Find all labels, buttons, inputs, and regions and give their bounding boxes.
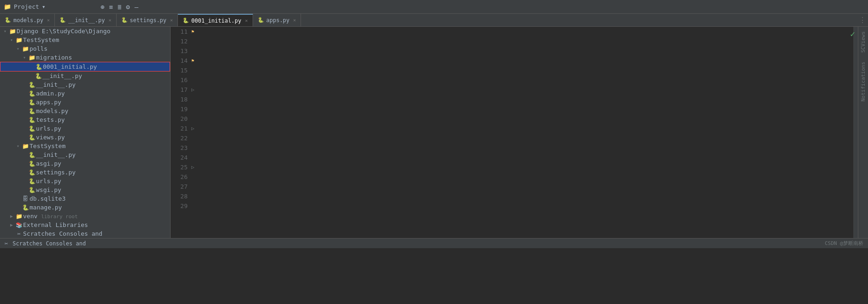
fold-marker[interactable]: ▷ bbox=[191, 87, 195, 93]
arrow-icon bbox=[21, 108, 28, 113]
code-line-27: 27 ('choice_text', models.CharField(max_… bbox=[171, 182, 853, 191]
code-text: ('id', models.BigAutoField(auto_created=… bbox=[201, 95, 853, 104]
tab-initial[interactable]: 🐍 0001_initial.py ✕ bbox=[178, 14, 253, 27]
code-text: migrations.CreateModel( bbox=[201, 66, 853, 75]
sidebar-item-testsystem[interactable]: ▾ 📁 TestSystem bbox=[0, 36, 170, 44]
line-number: 27 bbox=[171, 182, 191, 191]
sidebar-item-urls[interactable]: 🐍 urls.py bbox=[0, 124, 170, 133]
folder-icon: 📁 bbox=[15, 37, 23, 43]
python-file-icon: 🐍 bbox=[21, 204, 30, 211]
arrow-icon bbox=[21, 152, 28, 157]
arrow-icon bbox=[8, 231, 15, 236]
tab-close-initial[interactable]: ✕ bbox=[245, 18, 248, 23]
tab-icon-models: 🐍 bbox=[5, 17, 11, 23]
tab-icon-apps: 🐍 bbox=[258, 17, 264, 23]
scviews-label[interactable]: SCViews bbox=[860, 31, 866, 53]
toolbar-icon-list[interactable]: ≡ bbox=[109, 3, 112, 11]
code-line-20: 20 ('pub_date', models.DateTimeField(ver… bbox=[171, 114, 853, 124]
sidebar-item-db[interactable]: 🗄 db.sqlite3 bbox=[0, 194, 170, 203]
arrow-icon: ▾ bbox=[15, 143, 21, 149]
line-number: 24 bbox=[171, 153, 191, 162]
gutter-cell bbox=[191, 182, 201, 191]
code-scroll[interactable]: 11 ⚑ dependencies = [ 12 bbox=[171, 27, 853, 238]
python-file-icon: 🐍 bbox=[35, 64, 43, 70]
gutter-cell bbox=[191, 46, 201, 56]
code-text: dependencies = [ bbox=[201, 27, 853, 36]
python-file-icon: 🐍 bbox=[28, 187, 36, 193]
toolbar-icon-minimize[interactable]: — bbox=[135, 3, 138, 11]
sidebar-item-wsgi[interactable]: 🐍 wsgi.py bbox=[0, 185, 170, 194]
line-number: 19 bbox=[171, 104, 191, 114]
code-line-13: 13 bbox=[171, 46, 853, 56]
gutter-cell: ⚑ bbox=[191, 27, 201, 36]
sidebar-item-django-root[interactable]: ▾ 📁 Django E:\StudyCode\Django bbox=[0, 27, 170, 36]
check-icon: ✓ bbox=[850, 29, 855, 39]
sidebar-item-views[interactable]: 🐍 views.py bbox=[0, 133, 170, 142]
sidebar-item-ts-urls[interactable]: 🐍 urls.py bbox=[0, 177, 170, 185]
sidebar-item-manage[interactable]: 🐍 manage.py bbox=[0, 203, 170, 212]
tab-overflow-icon[interactable]: ⋮ bbox=[859, 16, 868, 24]
tab-close-init1[interactable]: ✕ bbox=[109, 18, 112, 23]
sidebar-item-ts-settings[interactable]: 🐍 settings.py bbox=[0, 168, 170, 177]
sidebar-item-migrations[interactable]: ▾ 📁 migrations bbox=[0, 53, 170, 62]
sidebar-item-label: tests.py bbox=[36, 116, 65, 123]
tab-close-models[interactable]: ✕ bbox=[47, 18, 50, 23]
project-header: 📁 Project ▾ bbox=[4, 3, 96, 10]
sidebar-item-init-polls[interactable]: 🐍 __init__.py bbox=[0, 80, 170, 89]
python-file-icon: 🐍 bbox=[28, 152, 36, 158]
main-area: ▾ 📁 Django E:\StudyCode\Django ▾ 📁 TestS… bbox=[0, 27, 868, 238]
code-text: ('question', models.ForeignKey(on_delete… bbox=[201, 201, 853, 211]
code-line-22: 22 ), bbox=[171, 133, 853, 143]
sidebar-item-tests[interactable]: 🐍 tests.py bbox=[0, 115, 170, 124]
code-text: ('pub_date', models.DateTimeField(verbos… bbox=[201, 114, 853, 124]
toolbar-icon-settings[interactable]: ⚙ bbox=[126, 3, 130, 11]
sidebar-item-models[interactable]: 🐍 models.py bbox=[0, 107, 170, 115]
arrow-icon: ▶ bbox=[8, 214, 15, 219]
code-text: migrations.CreateModel( bbox=[201, 143, 853, 153]
sidebar-item-label: urls.py bbox=[36, 125, 61, 132]
toolbar-icon-sync[interactable]: ⊕ bbox=[100, 3, 104, 11]
sidebar-item-admin[interactable]: 🐍 admin.py bbox=[0, 89, 170, 98]
tab-close-settings[interactable]: ✕ bbox=[170, 18, 173, 23]
bookmark-icon: ⚑ bbox=[191, 29, 194, 34]
notifications-label[interactable]: Notifications bbox=[860, 62, 866, 101]
sidebar-item-polls[interactable]: ▾ 📁 polls bbox=[0, 44, 170, 53]
sidebar-item-testsystem2[interactable]: ▾ 📁 TestSystem bbox=[0, 142, 170, 150]
sidebar-item-ts-init[interactable]: 🐍 __init__.py bbox=[0, 150, 170, 159]
line-number: 26 bbox=[171, 172, 191, 182]
arrow-icon: ▾ bbox=[15, 46, 21, 51]
folder-icon: 📁 bbox=[21, 46, 30, 52]
gutter-cell bbox=[191, 95, 201, 104]
gutter-cell bbox=[191, 114, 201, 124]
sidebar-item-init-migrations[interactable]: 🐍 __init__.py bbox=[0, 72, 170, 80]
sidebar-item-label: TestSystem bbox=[30, 143, 65, 149]
code-line-16: 16 name='Question', bbox=[171, 75, 853, 85]
python-file-icon: 🐍 bbox=[28, 169, 36, 176]
fold-marker2[interactable]: ▷ bbox=[191, 125, 195, 131]
tab-models[interactable]: 🐍 models.py ✕ bbox=[0, 14, 55, 27]
sidebar-item-0001-initial[interactable]: 🐍 0001_initial.py bbox=[0, 62, 170, 72]
gutter-cell bbox=[191, 66, 201, 75]
line-number: 11 bbox=[171, 27, 191, 36]
sidebar-item-apps[interactable]: 🐍 apps.py bbox=[0, 98, 170, 107]
arrow-icon bbox=[15, 196, 21, 201]
gutter-cell: ▷ bbox=[191, 162, 201, 172]
fold-marker3[interactable]: ▷ bbox=[191, 164, 195, 170]
tab-settings[interactable]: 🐍 settings.py ✕ bbox=[117, 14, 178, 27]
sidebar-item-asgi[interactable]: 🐍 asgi.py bbox=[0, 159, 170, 168]
sidebar-item-venv[interactable]: ▶ 📁 venv library root bbox=[0, 212, 170, 221]
tab-close-apps[interactable]: ✕ bbox=[293, 18, 296, 23]
sidebar-item-label: wsgi.py bbox=[36, 186, 61, 193]
sidebar-item-external-libs[interactable]: ▶ 📚 External Libraries bbox=[0, 221, 170, 229]
gutter-cell bbox=[191, 172, 201, 182]
tab-apps[interactable]: 🐍 apps.py ✕ bbox=[253, 14, 301, 27]
folder-icon: 📁 bbox=[28, 54, 36, 61]
toolbar-icon-sort[interactable]: ≣ bbox=[118, 3, 121, 11]
python-file-icon: 🐍 bbox=[34, 73, 42, 79]
editor-scrollbar[interactable] bbox=[853, 27, 858, 238]
project-dropdown-arrow[interactable]: ▾ bbox=[42, 3, 46, 10]
sidebar-item-label: apps.py bbox=[36, 99, 61, 106]
sidebar-item-scratches[interactable]: ✂ Scratches Consoles and bbox=[0, 229, 170, 238]
sidebar-item-label: urls.py bbox=[36, 178, 61, 185]
tab-init1[interactable]: 🐍 __init__.py ✕ bbox=[55, 14, 117, 27]
